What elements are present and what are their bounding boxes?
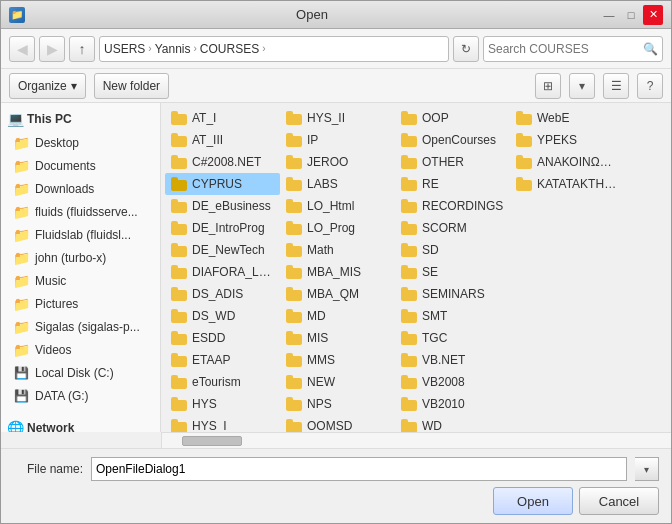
list-item[interactable]: DE_eBusiness xyxy=(165,195,280,217)
sidebar-item-fluids[interactable]: 📁 fluids (fluidsserve... xyxy=(5,201,156,223)
sidebar-item-local-disk[interactable]: 💾 Local Disk (C:) xyxy=(5,362,156,384)
help-button[interactable]: ? xyxy=(637,73,663,99)
list-item[interactable]: LO_Prog xyxy=(280,217,395,239)
list-item[interactable]: OOMSD xyxy=(280,415,395,432)
list-item[interactable]: SE xyxy=(395,261,510,283)
list-item[interactable]: OTHER xyxy=(395,151,510,173)
list-item[interactable]: DS_WD xyxy=(165,305,280,327)
sidebar-item-downloads[interactable]: 📁 Downloads xyxy=(5,178,156,200)
list-item[interactable]: NPS xyxy=(280,393,395,415)
list-item[interactable]: MMS xyxy=(280,349,395,371)
list-item[interactable]: WebE xyxy=(510,107,625,129)
list-item[interactable]: SEMINARS xyxy=(395,283,510,305)
filename-input[interactable] xyxy=(91,457,627,481)
maximize-button[interactable]: □ xyxy=(621,5,641,25)
list-item[interactable]: TGC xyxy=(395,327,510,349)
list-item[interactable]: HYS xyxy=(165,393,280,415)
horizontal-scrollbar-thumb[interactable] xyxy=(182,436,242,446)
back-button[interactable]: ◀ xyxy=(9,36,35,62)
folder-icon xyxy=(171,397,187,411)
list-item[interactable]: HYS_II xyxy=(280,107,395,129)
horizontal-scrollbar[interactable] xyxy=(161,432,671,448)
details-button[interactable]: ☰ xyxy=(603,73,629,99)
list-item[interactable]: VB.NET xyxy=(395,349,510,371)
file-item-label: MBA_MIS xyxy=(307,265,361,279)
forward-button[interactable]: ▶ xyxy=(39,36,65,62)
list-item[interactable]: OpenCourses xyxy=(395,129,510,151)
list-item[interactable]: ESDD xyxy=(165,327,280,349)
sidebar-section-thispc[interactable]: 💻 This PC xyxy=(1,107,160,131)
list-item[interactable]: IP xyxy=(280,129,395,151)
search-icon[interactable]: 🔍 xyxy=(643,42,658,56)
sidebar-fluids-label: fluids (fluidsserve... xyxy=(35,205,138,219)
list-item[interactable]: SMT xyxy=(395,305,510,327)
list-item[interactable]: AT_III xyxy=(165,129,280,151)
organize-button[interactable]: Organize ▾ xyxy=(9,73,86,99)
sidebar-item-documents[interactable]: 📁 Documents xyxy=(5,155,156,177)
sidebar-item-fluidslab[interactable]: 📁 Fluidslab (fluidsl... xyxy=(5,224,156,246)
sidebar-item-music[interactable]: 📁 Music xyxy=(5,270,156,292)
list-item[interactable]: LABS xyxy=(280,173,395,195)
list-item[interactable]: C#2008.NET xyxy=(165,151,280,173)
minimize-button[interactable]: — xyxy=(599,5,619,25)
list-item[interactable]: RE xyxy=(395,173,510,195)
sidebar-item-videos[interactable]: 📁 Videos xyxy=(5,339,156,361)
refresh-button[interactable]: ↻ xyxy=(453,36,479,62)
sidebar-section-network[interactable]: 🌐 Network xyxy=(1,416,160,432)
view-button[interactable]: ⊞ xyxy=(535,73,561,99)
sidebar-item-john[interactable]: 📁 john (turbo-x) xyxy=(5,247,156,269)
list-item[interactable]: LO_Html xyxy=(280,195,395,217)
file-item-label: LABS xyxy=(307,177,338,191)
sidebar-item-data-g[interactable]: 💾 DATA (G:) xyxy=(5,385,156,407)
list-item[interactable]: DE_NewTech xyxy=(165,239,280,261)
file-item-label: NPS xyxy=(307,397,332,411)
drive-icon: 💾 xyxy=(13,388,29,404)
file-list-scrollable[interactable]: AT_IHYS_IIOOPWebEAT_IIIIPOpenCoursesYPEK… xyxy=(161,103,671,432)
list-item[interactable]: HYS_I xyxy=(165,415,280,432)
sidebar-item-pictures[interactable]: 📁 Pictures xyxy=(5,293,156,315)
folder-icon xyxy=(286,397,302,411)
up-button[interactable]: ↑ xyxy=(69,36,95,62)
address-bar[interactable]: USERS › Yannis › COURSES › xyxy=(99,36,449,62)
list-item[interactable]: ΚΑΤΑΤΑΚΤΗΡΙΕΣ xyxy=(510,173,625,195)
list-item[interactable]: MBA_QM xyxy=(280,283,395,305)
search-input[interactable] xyxy=(488,42,643,56)
list-item[interactable]: VB2008 xyxy=(395,371,510,393)
folder-icon: 📁 xyxy=(13,296,29,312)
list-item[interactable]: AT_I xyxy=(165,107,280,129)
sidebar-item-sigalas[interactable]: 📁 Sigalas (sigalas-p... xyxy=(5,316,156,338)
list-item[interactable]: WD xyxy=(395,415,510,432)
list-item[interactable]: ΑΝΑΚΟΙΝΩΣΕΙΣ xyxy=(510,151,625,173)
list-item[interactable]: SD xyxy=(395,239,510,261)
close-button[interactable]: ✕ xyxy=(643,5,663,25)
cancel-button[interactable]: Cancel xyxy=(579,487,659,515)
list-item[interactable]: MBA_MIS xyxy=(280,261,395,283)
view-options-button[interactable]: ▾ xyxy=(569,73,595,99)
list-item[interactable]: SCORM xyxy=(395,217,510,239)
sidebar-item-desktop[interactable]: 📁 Desktop xyxy=(5,132,156,154)
open-button[interactable]: Open xyxy=(493,487,573,515)
list-item[interactable]: ETAAP xyxy=(165,349,280,371)
list-item[interactable]: CYPRUS xyxy=(165,173,280,195)
sidebar-desktop-label: Desktop xyxy=(35,136,79,150)
list-item[interactable]: RECORDINGS xyxy=(395,195,510,217)
list-item[interactable]: JEROO xyxy=(280,151,395,173)
list-item[interactable]: DE_IntroProg xyxy=(165,217,280,239)
list-item[interactable]: MIS xyxy=(280,327,395,349)
list-item[interactable]: YPEKS xyxy=(510,129,625,151)
list-item[interactable]: MD xyxy=(280,305,395,327)
folder-icon xyxy=(401,287,417,301)
sidebar-fluidslab-label: Fluidslab (fluidsl... xyxy=(35,228,131,242)
list-item[interactable]: VB2010 xyxy=(395,393,510,415)
list-item[interactable]: DS_ADIS xyxy=(165,283,280,305)
folder-icon xyxy=(171,177,187,191)
list-item[interactable]: OOP xyxy=(395,107,510,129)
list-item[interactable]: Math xyxy=(280,239,395,261)
list-item[interactable]: NEW xyxy=(280,371,395,393)
new-folder-button[interactable]: New folder xyxy=(94,73,169,99)
file-item-label: ΚΑΤΑΤΑΚΤΗΡΙΕΣ xyxy=(537,177,619,191)
filename-dropdown[interactable]: ▾ xyxy=(635,457,659,481)
list-item[interactable]: DIAFORA_Lectures xyxy=(165,261,280,283)
list-item[interactable]: eTourism xyxy=(165,371,280,393)
sidebar-john-label: john (turbo-x) xyxy=(35,251,106,265)
